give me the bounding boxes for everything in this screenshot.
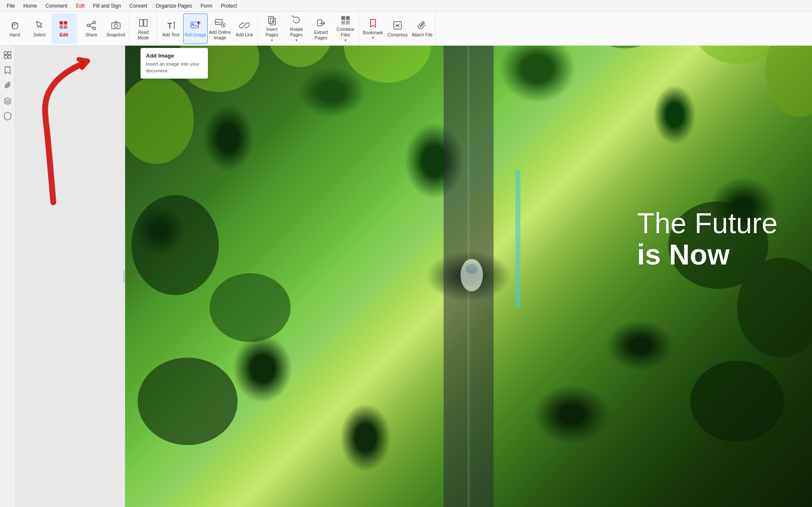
add-link-label: Add Link (236, 32, 253, 38)
edit-tool[interactable]: Edit (52, 14, 76, 44)
bookmark-label: Bookmark (363, 30, 383, 36)
combine-files-label: Combine Files (334, 27, 357, 37)
svg-point-58 (138, 358, 238, 445)
hand-tool[interactable]: Hand (3, 14, 27, 44)
menu-fill-and-sign[interactable]: Fill and Sign (90, 2, 124, 10)
sidebar-layers-icon[interactable] (2, 95, 14, 107)
add-image-tool[interactable]: Add Image (183, 14, 208, 44)
toolbar: Hand Select Edit (0, 12, 812, 46)
rotate-pages-tool[interactable]: Rotate Pages ▼ (284, 14, 309, 44)
menu-organize-pages[interactable]: Organize Pages (152, 2, 195, 10)
sidebar-thumbnails-icon[interactable] (2, 49, 14, 61)
snapshot-tool[interactable]: Snapshot (104, 14, 128, 44)
svg-rect-30 (346, 16, 350, 20)
hand-icon (9, 19, 21, 31)
svg-text:T: T (167, 22, 172, 30)
rotate-pages-icon (291, 15, 302, 26)
red-arrow-annotation (19, 50, 121, 211)
svg-rect-1 (64, 21, 67, 25)
edit-label: Edit (60, 32, 68, 38)
attach-file-tool[interactable]: Attach File (410, 14, 434, 44)
combine-files-tool[interactable]: Combine Files ▼ (333, 14, 358, 44)
add-image-icon (189, 19, 201, 31)
add-image-label: Add Image (185, 32, 206, 38)
sidebar-security-icon[interactable] (2, 110, 14, 122)
svg-line-22 (243, 24, 246, 27)
svg-rect-37 (8, 55, 11, 58)
svg-point-6 (93, 27, 96, 30)
combine-caret: ▼ (344, 39, 347, 42)
svg-rect-65 (516, 170, 521, 308)
menu-bar: File Home Comment Edit Fill and Sign Con… (0, 0, 812, 12)
menu-protect[interactable]: Protect (217, 2, 240, 10)
read-mode-tool[interactable]: Read Mode (131, 14, 156, 44)
svg-point-59 (690, 361, 784, 442)
compress-tool[interactable]: Compress (385, 14, 410, 44)
menu-form[interactable]: Form (197, 2, 216, 10)
attach-file-icon (416, 19, 428, 31)
add-online-image-icon (214, 17, 226, 29)
menu-convert[interactable]: Convert (126, 2, 151, 10)
svg-rect-9 (112, 23, 120, 29)
main-layout: › (0, 46, 812, 507)
combine-files-icon (340, 15, 351, 26)
select-label: Select (33, 32, 45, 38)
svg-line-7 (90, 23, 93, 25)
svg-rect-35 (8, 52, 11, 55)
snapshot-label: Snapshot (107, 32, 125, 38)
svg-point-55 (209, 273, 291, 342)
toolbar-group-read: Read Mode (130, 12, 157, 45)
add-text-tool[interactable]: T Add Text (159, 14, 183, 44)
menu-edit[interactable]: Edit (72, 2, 88, 10)
add-text-icon: T (165, 19, 177, 31)
svg-point-54 (132, 195, 219, 295)
insert-pages-tool[interactable]: Insert Pages ▼ (260, 14, 284, 44)
insert-pages-caret: ▼ (270, 39, 274, 42)
toolbar-group-pages: Insert Pages ▼ Rotate Pages ▼ Extract (259, 12, 359, 45)
forest-svg (125, 46, 812, 507)
add-image-tooltip: Add Image Insert an image into your docu… (140, 48, 208, 79)
bookmark-caret: ▼ (371, 36, 375, 40)
hand-label: Hand (9, 32, 20, 38)
tooltip-description: Insert an image into your document. (146, 61, 203, 74)
svg-rect-29 (341, 16, 345, 20)
menu-file[interactable]: File (3, 2, 18, 10)
menu-comment[interactable]: Comment (42, 2, 71, 10)
menu-home[interactable]: Home (20, 2, 40, 10)
attach-file-label: Attach File (411, 32, 433, 38)
toolbar-group-other: Bookmark ▼ Compress Attach File (360, 12, 436, 45)
select-tool[interactable]: Select (27, 14, 52, 44)
share-label: Share (85, 32, 97, 38)
select-icon (33, 19, 45, 31)
svg-rect-36 (4, 55, 7, 58)
add-online-image-tool[interactable]: Add Online Image (208, 14, 232, 44)
share-icon (85, 19, 97, 31)
svg-rect-3 (64, 25, 67, 29)
svg-rect-34 (4, 52, 7, 55)
doc-title-line1: The Future (637, 207, 778, 239)
compress-label: Compress (387, 32, 408, 38)
extract-pages-tool[interactable]: Extract Pages (309, 14, 333, 44)
rotate-caret: ▼ (295, 39, 298, 42)
svg-rect-31 (341, 21, 345, 25)
bookmark-tool[interactable]: Bookmark ▼ (361, 14, 385, 44)
compress-icon (392, 19, 403, 31)
svg-point-50 (765, 46, 812, 117)
snapshot-icon (110, 19, 122, 31)
sidebar-bookmarks-icon[interactable] (2, 64, 14, 76)
svg-point-51 (578, 46, 671, 48)
toolbar-group-basic: Hand Select Edit (2, 12, 77, 45)
add-link-tool[interactable]: Add Link (232, 14, 257, 44)
bookmark-icon (367, 17, 379, 29)
document-text-overlay: The Future is Now (637, 207, 778, 271)
document-view: The Future is Now (125, 46, 812, 507)
read-mode-label: Read Mode (132, 30, 155, 40)
svg-line-8 (90, 26, 93, 28)
svg-point-46 (266, 46, 334, 67)
page-panel: › (15, 46, 125, 507)
sidebar-attachments-icon[interactable] (2, 80, 14, 91)
edit-icon (58, 19, 70, 31)
share-tool[interactable]: Share (79, 14, 104, 44)
add-link-icon (239, 19, 250, 31)
read-mode-icon (137, 17, 149, 29)
